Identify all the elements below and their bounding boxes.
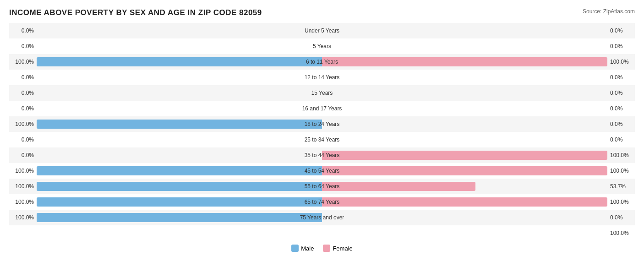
bar-half-container: 12 to 14 Years	[37, 71, 607, 83]
rows-area: 0.0% Under 5 Years 0.0% 0.0% 5 Years 0.0…	[9, 23, 635, 241]
chart-container: INCOME ABOVE POVERTY BY SEX AND AGE IN Z…	[0, 0, 644, 256]
right-value: 0.0%	[607, 90, 635, 96]
left-value: 100.0%	[9, 168, 37, 174]
table-row: 0.0% Under 5 Years 0.0%	[9, 23, 635, 38]
right-value: 100.0%	[607, 230, 635, 236]
bar-area: 25 to 34 Years	[37, 132, 607, 147]
right-value: 0.0%	[607, 43, 635, 49]
right-value: 0.0%	[607, 27, 635, 34]
bar-half-container: 45 to 54 Years	[37, 165, 607, 177]
bar-label: Under 5 Years	[305, 27, 339, 34]
female-bar	[322, 182, 475, 191]
right-value: 100.0%	[607, 168, 635, 174]
table-row: 100.0% 45 to 54 Years 100.0%	[9, 163, 635, 179]
table-row: 0.0% 25 to 34 Years 0.0%	[9, 132, 635, 147]
table-row: 100.0% 65 to 74 Years 100.0%	[9, 194, 635, 210]
legend-area: Male Female	[9, 245, 635, 252]
table-row: 0.0% 12 to 14 Years 0.0%	[9, 70, 635, 85]
chart-header: INCOME ABOVE POVERTY BY SEX AND AGE IN Z…	[9, 8, 635, 17]
left-value: 100.0%	[9, 199, 37, 205]
female-bar	[322, 151, 607, 160]
bar-label: 16 and 17 Years	[302, 105, 342, 112]
table-row: 0.0% 35 to 44 Years 100.0%	[9, 147, 635, 163]
female-label: Female	[333, 245, 352, 252]
male-bar	[37, 197, 322, 207]
right-value: 0.0%	[607, 136, 635, 143]
bar-half-container: 5 Years	[37, 40, 607, 52]
male-swatch	[291, 245, 299, 252]
left-value: 0.0%	[9, 74, 37, 81]
bar-area: 6 to 11 Years	[37, 54, 607, 70]
female-bar	[322, 197, 607, 207]
bar-label: 5 Years	[313, 43, 331, 49]
left-value: 100.0%	[9, 214, 37, 221]
bar-half-container: 18 to 24 Years	[37, 118, 607, 130]
bar-area: 45 to 54 Years	[37, 163, 607, 179]
bar-half-container: 75 Years and over	[37, 212, 607, 223]
male-bar	[37, 182, 322, 191]
legend-female: Female	[323, 245, 352, 252]
bar-label: 25 to 34 Years	[305, 136, 340, 143]
right-value: 0.0%	[607, 105, 635, 112]
footer-row: 0.0% 100.0%	[9, 225, 635, 241]
table-row: 100.0% 75 Years and over 0.0%	[9, 210, 635, 225]
bar-half-container: 6 to 11 Years	[37, 56, 607, 68]
male-bar	[37, 57, 322, 66]
female-swatch	[323, 245, 330, 252]
bar-area: 15 Years	[37, 85, 607, 101]
bar-label: 15 Years	[311, 90, 333, 96]
table-row: 0.0% 16 and 17 Years 0.0%	[9, 101, 635, 116]
bar-area: 12 to 14 Years	[37, 70, 607, 85]
chart-title: INCOME ABOVE POVERTY BY SEX AND AGE IN Z…	[9, 8, 262, 17]
bar-area: 35 to 44 Years	[37, 147, 607, 163]
female-bar	[322, 166, 607, 175]
male-label: Male	[301, 245, 314, 252]
right-value: 0.0%	[607, 74, 635, 81]
table-row: 100.0% 55 to 64 Years 53.7%	[9, 179, 635, 194]
left-value: 0.0%	[9, 152, 37, 158]
left-value: 0.0%	[9, 136, 37, 143]
right-value: 0.0%	[607, 214, 635, 221]
male-bar	[37, 166, 322, 175]
bar-half-container: 25 to 34 Years	[37, 134, 607, 146]
right-value: 53.7%	[607, 183, 635, 190]
bar-half-container: 55 to 64 Years	[37, 180, 607, 192]
bar-area: 65 to 74 Years	[37, 194, 607, 210]
bar-label: 12 to 14 Years	[305, 74, 340, 81]
right-value: 0.0%	[607, 121, 635, 127]
male-bar	[37, 120, 322, 129]
bar-area: Under 5 Years	[37, 23, 607, 38]
left-value: 100.0%	[9, 59, 37, 65]
right-value: 100.0%	[607, 59, 635, 65]
left-value: 0.0%	[9, 105, 37, 112]
left-value: 0.0%	[9, 27, 37, 34]
bar-area: 18 to 24 Years	[37, 116, 607, 132]
female-bar	[322, 57, 607, 66]
right-value: 100.0%	[607, 199, 635, 205]
table-row: 0.0% 5 Years 0.0%	[9, 38, 635, 54]
right-value: 100.0%	[607, 152, 635, 158]
table-row: 100.0% 6 to 11 Years 100.0%	[9, 54, 635, 70]
bar-half-container: 15 Years	[37, 87, 607, 99]
bar-area: 5 Years	[37, 38, 607, 54]
table-row: 0.0% 15 Years 0.0%	[9, 85, 635, 101]
left-value: 100.0%	[9, 183, 37, 190]
bar-area	[37, 225, 607, 241]
chart-source: Source: ZipAtlas.com	[583, 8, 635, 15]
bar-half-container: 65 to 74 Years	[37, 196, 607, 208]
legend-male: Male	[291, 245, 314, 252]
table-row: 100.0% 18 to 24 Years 0.0%	[9, 116, 635, 132]
bar-area: 16 and 17 Years	[37, 101, 607, 116]
bar-area: 55 to 64 Years	[37, 179, 607, 194]
bar-half-container: 35 to 44 Years	[37, 149, 607, 161]
left-value: 0.0%	[9, 90, 37, 96]
bar-half-container: Under 5 Years	[37, 25, 607, 37]
left-value: 0.0%	[9, 43, 37, 49]
male-bar	[37, 213, 322, 222]
left-value: 100.0%	[9, 121, 37, 127]
bar-half-container	[37, 227, 607, 239]
bar-half-container: 16 and 17 Years	[37, 103, 607, 114]
bar-area: 75 Years and over	[37, 210, 607, 225]
